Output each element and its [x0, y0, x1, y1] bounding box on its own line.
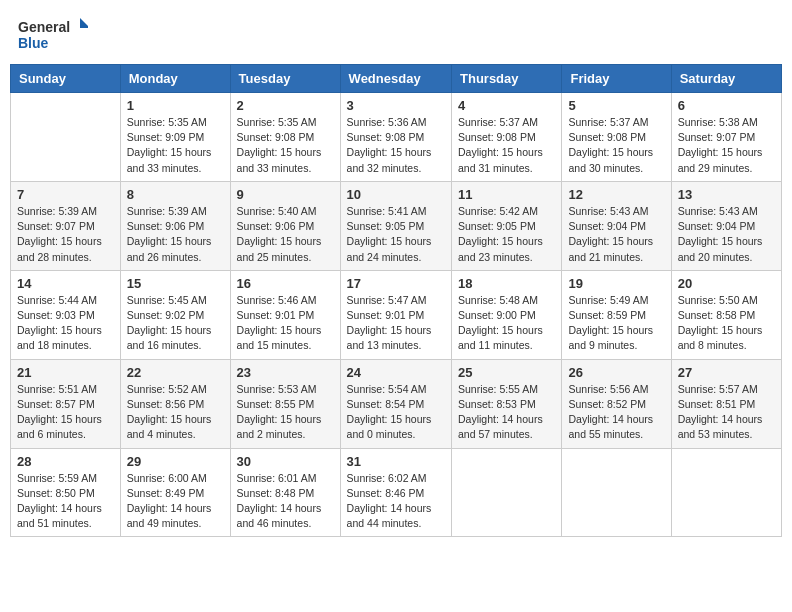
day-number: 24 [347, 365, 445, 380]
calendar-cell [562, 448, 671, 537]
day-number: 14 [17, 276, 114, 291]
day-number: 1 [127, 98, 224, 113]
calendar-cell: 26Sunrise: 5:56 AMSunset: 8:52 PMDayligh… [562, 359, 671, 448]
day-number: 13 [678, 187, 775, 202]
day-info: Sunrise: 5:48 AMSunset: 9:00 PMDaylight:… [458, 293, 555, 354]
day-info: Sunrise: 5:39 AMSunset: 9:07 PMDaylight:… [17, 204, 114, 265]
calendar-cell: 27Sunrise: 5:57 AMSunset: 8:51 PMDayligh… [671, 359, 781, 448]
day-number: 25 [458, 365, 555, 380]
week-row-5: 28Sunrise: 5:59 AMSunset: 8:50 PMDayligh… [11, 448, 782, 537]
day-info: Sunrise: 5:37 AMSunset: 9:08 PMDaylight:… [458, 115, 555, 176]
day-number: 2 [237, 98, 334, 113]
calendar-cell: 23Sunrise: 5:53 AMSunset: 8:55 PMDayligh… [230, 359, 340, 448]
day-number: 8 [127, 187, 224, 202]
day-number: 26 [568, 365, 664, 380]
day-number: 30 [237, 454, 334, 469]
svg-text:General: General [18, 19, 70, 35]
day-info: Sunrise: 5:35 AMSunset: 9:09 PMDaylight:… [127, 115, 224, 176]
calendar-cell: 2Sunrise: 5:35 AMSunset: 9:08 PMDaylight… [230, 93, 340, 182]
day-header-friday: Friday [562, 65, 671, 93]
calendar-cell: 13Sunrise: 5:43 AMSunset: 9:04 PMDayligh… [671, 181, 781, 270]
svg-marker-2 [80, 18, 88, 28]
day-number: 6 [678, 98, 775, 113]
day-info: Sunrise: 5:39 AMSunset: 9:06 PMDaylight:… [127, 204, 224, 265]
calendar-cell: 21Sunrise: 5:51 AMSunset: 8:57 PMDayligh… [11, 359, 121, 448]
day-header-monday: Monday [120, 65, 230, 93]
header: General Blue [10, 10, 782, 58]
calendar-cell: 3Sunrise: 5:36 AMSunset: 9:08 PMDaylight… [340, 93, 451, 182]
calendar-cell: 30Sunrise: 6:01 AMSunset: 8:48 PMDayligh… [230, 448, 340, 537]
day-number: 18 [458, 276, 555, 291]
day-info: Sunrise: 5:37 AMSunset: 9:08 PMDaylight:… [568, 115, 664, 176]
calendar-table: SundayMondayTuesdayWednesdayThursdayFrid… [10, 64, 782, 537]
day-number: 28 [17, 454, 114, 469]
day-header-tuesday: Tuesday [230, 65, 340, 93]
day-number: 31 [347, 454, 445, 469]
day-header-row: SundayMondayTuesdayWednesdayThursdayFrid… [11, 65, 782, 93]
day-info: Sunrise: 5:38 AMSunset: 9:07 PMDaylight:… [678, 115, 775, 176]
calendar-cell: 8Sunrise: 5:39 AMSunset: 9:06 PMDaylight… [120, 181, 230, 270]
calendar-cell [11, 93, 121, 182]
day-number: 4 [458, 98, 555, 113]
day-info: Sunrise: 5:40 AMSunset: 9:06 PMDaylight:… [237, 204, 334, 265]
calendar-cell: 5Sunrise: 5:37 AMSunset: 9:08 PMDaylight… [562, 93, 671, 182]
day-info: Sunrise: 5:41 AMSunset: 9:05 PMDaylight:… [347, 204, 445, 265]
day-info: Sunrise: 5:44 AMSunset: 9:03 PMDaylight:… [17, 293, 114, 354]
day-info: Sunrise: 5:46 AMSunset: 9:01 PMDaylight:… [237, 293, 334, 354]
day-number: 16 [237, 276, 334, 291]
day-info: Sunrise: 5:49 AMSunset: 8:59 PMDaylight:… [568, 293, 664, 354]
calendar-cell: 1Sunrise: 5:35 AMSunset: 9:09 PMDaylight… [120, 93, 230, 182]
day-info: Sunrise: 5:36 AMSunset: 9:08 PMDaylight:… [347, 115, 445, 176]
calendar-cell: 14Sunrise: 5:44 AMSunset: 9:03 PMDayligh… [11, 270, 121, 359]
day-number: 27 [678, 365, 775, 380]
day-header-saturday: Saturday [671, 65, 781, 93]
day-info: Sunrise: 5:54 AMSunset: 8:54 PMDaylight:… [347, 382, 445, 443]
day-number: 9 [237, 187, 334, 202]
week-row-1: 1Sunrise: 5:35 AMSunset: 9:09 PMDaylight… [11, 93, 782, 182]
calendar-cell [671, 448, 781, 537]
logo: General Blue [18, 14, 88, 54]
calendar-cell: 12Sunrise: 5:43 AMSunset: 9:04 PMDayligh… [562, 181, 671, 270]
calendar-cell [452, 448, 562, 537]
calendar-cell: 6Sunrise: 5:38 AMSunset: 9:07 PMDaylight… [671, 93, 781, 182]
day-number: 12 [568, 187, 664, 202]
calendar-cell: 15Sunrise: 5:45 AMSunset: 9:02 PMDayligh… [120, 270, 230, 359]
calendar-cell: 28Sunrise: 5:59 AMSunset: 8:50 PMDayligh… [11, 448, 121, 537]
week-row-4: 21Sunrise: 5:51 AMSunset: 8:57 PMDayligh… [11, 359, 782, 448]
day-number: 19 [568, 276, 664, 291]
calendar-cell: 29Sunrise: 6:00 AMSunset: 8:49 PMDayligh… [120, 448, 230, 537]
day-info: Sunrise: 5:43 AMSunset: 9:04 PMDaylight:… [678, 204, 775, 265]
day-number: 22 [127, 365, 224, 380]
day-info: Sunrise: 6:02 AMSunset: 8:46 PMDaylight:… [347, 471, 445, 532]
calendar-cell: 10Sunrise: 5:41 AMSunset: 9:05 PMDayligh… [340, 181, 451, 270]
calendar-cell: 19Sunrise: 5:49 AMSunset: 8:59 PMDayligh… [562, 270, 671, 359]
day-number: 11 [458, 187, 555, 202]
calendar-cell: 17Sunrise: 5:47 AMSunset: 9:01 PMDayligh… [340, 270, 451, 359]
calendar-cell: 7Sunrise: 5:39 AMSunset: 9:07 PMDaylight… [11, 181, 121, 270]
calendar-cell: 25Sunrise: 5:55 AMSunset: 8:53 PMDayligh… [452, 359, 562, 448]
day-number: 21 [17, 365, 114, 380]
day-info: Sunrise: 5:56 AMSunset: 8:52 PMDaylight:… [568, 382, 664, 443]
day-info: Sunrise: 5:43 AMSunset: 9:04 PMDaylight:… [568, 204, 664, 265]
calendar-cell: 20Sunrise: 5:50 AMSunset: 8:58 PMDayligh… [671, 270, 781, 359]
day-info: Sunrise: 6:01 AMSunset: 8:48 PMDaylight:… [237, 471, 334, 532]
day-info: Sunrise: 5:42 AMSunset: 9:05 PMDaylight:… [458, 204, 555, 265]
day-number: 23 [237, 365, 334, 380]
calendar-cell: 18Sunrise: 5:48 AMSunset: 9:00 PMDayligh… [452, 270, 562, 359]
calendar-cell: 22Sunrise: 5:52 AMSunset: 8:56 PMDayligh… [120, 359, 230, 448]
day-number: 20 [678, 276, 775, 291]
logo-icon: General Blue [18, 14, 88, 54]
day-number: 5 [568, 98, 664, 113]
day-info: Sunrise: 5:57 AMSunset: 8:51 PMDaylight:… [678, 382, 775, 443]
day-info: Sunrise: 5:53 AMSunset: 8:55 PMDaylight:… [237, 382, 334, 443]
day-info: Sunrise: 5:55 AMSunset: 8:53 PMDaylight:… [458, 382, 555, 443]
day-info: Sunrise: 5:35 AMSunset: 9:08 PMDaylight:… [237, 115, 334, 176]
calendar-cell: 9Sunrise: 5:40 AMSunset: 9:06 PMDaylight… [230, 181, 340, 270]
day-info: Sunrise: 5:47 AMSunset: 9:01 PMDaylight:… [347, 293, 445, 354]
day-header-thursday: Thursday [452, 65, 562, 93]
day-number: 29 [127, 454, 224, 469]
week-row-3: 14Sunrise: 5:44 AMSunset: 9:03 PMDayligh… [11, 270, 782, 359]
calendar-cell: 16Sunrise: 5:46 AMSunset: 9:01 PMDayligh… [230, 270, 340, 359]
day-info: Sunrise: 6:00 AMSunset: 8:49 PMDaylight:… [127, 471, 224, 532]
day-number: 17 [347, 276, 445, 291]
